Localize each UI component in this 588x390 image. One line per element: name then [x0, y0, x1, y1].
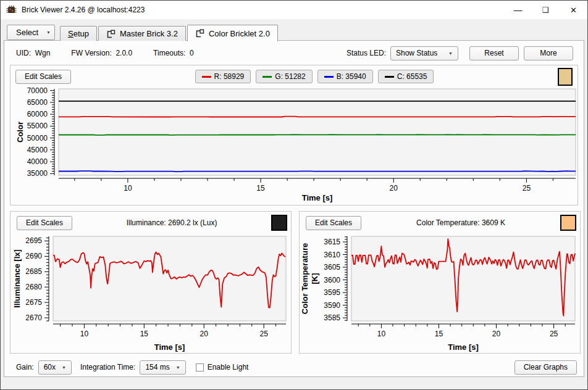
gain-label: Gain:	[16, 363, 34, 371]
svg-text:[K]: [K]	[310, 273, 319, 284]
tab-master-brick[interactable]: Master Brick 3.2	[98, 26, 186, 41]
legend-item-g[interactable]: G: 51282	[256, 70, 312, 83]
svg-text:55000: 55000	[27, 122, 48, 130]
connection-select-dropdown[interactable]: Select ▼	[7, 25, 55, 40]
controls-row: Gain: 60x ▼ Integration Time: 154 ms ▼ E…	[10, 359, 578, 375]
svg-text:70000: 70000	[27, 86, 48, 95]
gain-value: 60x	[44, 363, 56, 371]
brick-viewer-window: { "window": { "title": "Brick Viewer 2.4…	[0, 0, 588, 390]
detected-color-swatch	[558, 68, 573, 86]
edit-scales-button-illuminance[interactable]: Edit Scales	[17, 216, 72, 230]
svg-text:20: 20	[390, 184, 398, 193]
tab-color-bricklet[interactable]: Color Bricklet 2.0	[187, 25, 278, 41]
app-chip-icon	[6, 5, 17, 15]
svg-text:50000: 50000	[27, 134, 48, 143]
svg-text:3590: 3590	[324, 301, 340, 310]
clear-graphs-button[interactable]: Clear Graphs	[514, 360, 577, 375]
svg-text:65000: 65000	[27, 98, 48, 107]
tab-bar: Select ▼ Setup Master Brick 3.2 Color Br…	[1, 19, 587, 41]
illuminance-panel: Edit Scales Illuminance: 2690.2 lx (Lux)…	[10, 211, 292, 354]
svg-text:40000: 40000	[27, 157, 48, 166]
chevron-down-icon: ▼	[448, 51, 453, 56]
device-info-row: UID: Wgn FW Version: 2.0.0 Timeouts: 0 S…	[10, 44, 578, 62]
blue-line-icon	[324, 76, 334, 78]
svg-text:2675: 2675	[25, 298, 42, 307]
svg-text:2680: 2680	[25, 283, 42, 291]
uid-label: UID:	[16, 49, 31, 57]
chevron-down-icon: ▼	[62, 365, 66, 370]
enable-light-label: Enable Light	[208, 363, 249, 371]
window-title: Brick Viewer 2.4.26 @ localhost:4223	[22, 6, 145, 14]
green-line-icon	[262, 76, 272, 78]
svg-text:2690: 2690	[25, 252, 42, 260]
color-chart-legend-row: Edit Scales R: 58929 G: 51282 B: 35940 C…	[15, 68, 573, 85]
tab-setup[interactable]: Setup	[60, 26, 97, 41]
svg-text:10: 10	[377, 330, 386, 338]
svg-text:Color: Color	[15, 122, 25, 143]
svg-text:35000: 35000	[27, 169, 48, 178]
reset-button[interactable]: Reset	[469, 46, 519, 60]
status-led-label: Status LED:	[346, 49, 386, 57]
legend-item-c[interactable]: C: 65535	[378, 70, 434, 83]
svg-text:Color Temperature: Color Temperature	[301, 243, 309, 314]
black-line-icon	[385, 76, 394, 78]
temperature-panel: Edit Scales Color Temperature: 3609 K 35…	[299, 211, 581, 354]
svg-text:3610: 3610	[324, 251, 340, 259]
svg-text:10: 10	[124, 184, 132, 193]
color-chart: 3500040000450005000055000600006500070000…	[15, 85, 579, 204]
svg-text:Time [s]: Time [s]	[154, 342, 185, 352]
svg-text:10: 10	[80, 330, 89, 338]
svg-text:Time [s]: Time [s]	[302, 193, 333, 202]
svg-text:45000: 45000	[27, 146, 48, 154]
title-bar: Brick Viewer 2.4.26 @ localhost:4223 — ❑…	[1, 1, 587, 19]
svg-text:15: 15	[256, 184, 265, 193]
color-bricklet-pane: UID: Wgn FW Version: 2.0.0 Timeouts: 0 S…	[4, 40, 584, 377]
svg-text:3605: 3605	[324, 263, 340, 272]
timeouts-label: Timeouts:	[153, 49, 185, 57]
legend-item-b[interactable]: B: 35940	[317, 70, 373, 83]
status-led-dropdown[interactable]: Show Status ▼	[390, 46, 458, 60]
legend-item-r[interactable]: R: 58929	[195, 70, 251, 83]
gain-dropdown[interactable]: 60x ▼	[38, 360, 72, 375]
status-led-value: Show Status	[396, 49, 442, 57]
chevron-down-icon: ▼	[46, 30, 51, 35]
more-button[interactable]: More	[524, 46, 573, 60]
chevron-down-icon: ▼	[176, 365, 180, 370]
integration-time-dropdown[interactable]: 154 ms ▼	[140, 360, 185, 375]
svg-text:2695: 2695	[25, 236, 42, 245]
svg-text:3600: 3600	[324, 276, 340, 284]
integration-time-label: Integration Time:	[80, 363, 135, 371]
svg-text:Time [s]: Time [s]	[448, 342, 479, 352]
svg-text:15: 15	[140, 330, 149, 338]
red-line-icon	[202, 76, 211, 78]
bottom-charts-row: Edit Scales Illuminance: 2690.2 lx (Lux)…	[10, 211, 578, 354]
svg-text:3595: 3595	[324, 288, 340, 297]
svg-text:25: 25	[523, 184, 531, 193]
svg-text:20: 20	[492, 330, 501, 338]
brick-icon	[106, 30, 116, 38]
illuminance-title: Illuminance: 2690.2 lx (Lux)	[72, 218, 271, 227]
svg-text:20: 20	[200, 330, 209, 338]
temperature-chart: 358535903595360036053610361510152025Time…	[301, 232, 579, 353]
enable-light-checkbox[interactable]	[196, 363, 204, 371]
legend: R: 58929 G: 51282 B: 35940 C: 65535	[71, 70, 558, 83]
bricklet-icon	[195, 29, 204, 38]
svg-text:3615: 3615	[324, 238, 340, 246]
illuminance-color-swatch	[271, 215, 287, 231]
color-chart-frame: Edit Scales R: 58929 G: 51282 B: 35940 C…	[10, 65, 578, 205]
svg-text:3585: 3585	[324, 313, 340, 322]
svg-text:25: 25	[550, 330, 558, 338]
svg-text:25: 25	[259, 330, 268, 338]
temperature-title: Color Temperature: 3609 K	[361, 218, 560, 227]
fw-version-value: 2.0.0	[116, 49, 132, 57]
svg-text:2685: 2685	[25, 267, 42, 276]
uid-value: Wgn	[35, 49, 51, 57]
minimize-button[interactable]: —	[504, 1, 532, 19]
edit-scales-button-temperature[interactable]: Edit Scales	[306, 216, 361, 230]
svg-text:60000: 60000	[27, 110, 48, 118]
edit-scales-button-color[interactable]: Edit Scales	[15, 70, 71, 84]
close-button[interactable]: ✕	[560, 1, 587, 19]
maximize-button[interactable]: ❑	[532, 1, 560, 19]
fw-version-label: FW Version:	[71, 49, 111, 57]
tab-color-bricklet-label: Color Bricklet 2.0	[209, 29, 270, 38]
